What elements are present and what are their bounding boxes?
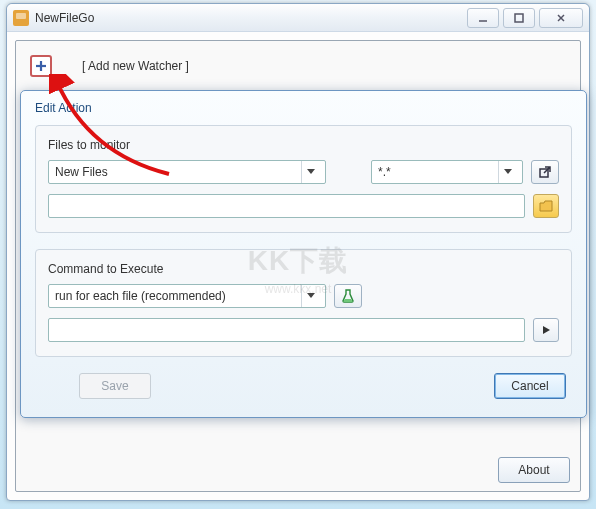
run-button[interactable] (533, 318, 559, 342)
flask-icon (342, 289, 354, 303)
play-icon (541, 325, 551, 335)
titlebar: NewFileGo (7, 4, 589, 32)
add-watcher-button[interactable] (30, 55, 52, 77)
browse-folder-button[interactable] (533, 194, 559, 218)
window-controls (463, 8, 583, 28)
chevron-down-icon (301, 285, 319, 307)
command-input[interactable] (48, 318, 525, 342)
svg-rect-1 (515, 14, 523, 22)
folder-icon (539, 200, 553, 212)
command-group-label: Command to Execute (48, 262, 559, 276)
add-watcher-row: [ Add new Watcher ] (16, 41, 580, 81)
file-pattern-combo[interactable]: *.* (371, 160, 523, 184)
open-external-button[interactable] (531, 160, 559, 184)
chevron-down-icon (301, 161, 319, 183)
save-button[interactable]: Save (79, 373, 151, 399)
close-button[interactable] (539, 8, 583, 28)
chevron-down-icon (498, 161, 516, 183)
command-to-execute-group: Command to Execute run for each file (re… (35, 249, 572, 357)
run-mode-combo[interactable]: run for each file (recommended) (48, 284, 326, 308)
files-group-label: Files to monitor (48, 138, 559, 152)
about-button[interactable]: About (498, 457, 570, 483)
monitor-path-input[interactable] (48, 194, 525, 218)
app-window: NewFileGo [ Add new Watcher ] About Edit… (6, 3, 590, 501)
add-watcher-label: [ Add new Watcher ] (82, 59, 189, 73)
monitor-mode-value: New Files (55, 165, 108, 179)
app-icon (13, 10, 29, 26)
file-pattern-value: *.* (378, 165, 391, 179)
test-command-button[interactable] (334, 284, 362, 308)
window-title: NewFileGo (35, 11, 94, 25)
dialog-actions: Save Cancel (35, 373, 572, 403)
run-mode-value: run for each file (recommended) (55, 289, 226, 303)
plus-icon (34, 59, 48, 73)
monitor-mode-combo[interactable]: New Files (48, 160, 326, 184)
cancel-button[interactable]: Cancel (494, 373, 566, 399)
dialog-title: Edit Action (21, 91, 586, 121)
external-link-icon (539, 166, 551, 178)
minimize-button[interactable] (467, 8, 499, 28)
files-to-monitor-group: Files to monitor New Files *.* (35, 125, 572, 233)
maximize-button[interactable] (503, 8, 535, 28)
edit-action-dialog: Edit Action Files to monitor New Files *… (20, 90, 587, 418)
